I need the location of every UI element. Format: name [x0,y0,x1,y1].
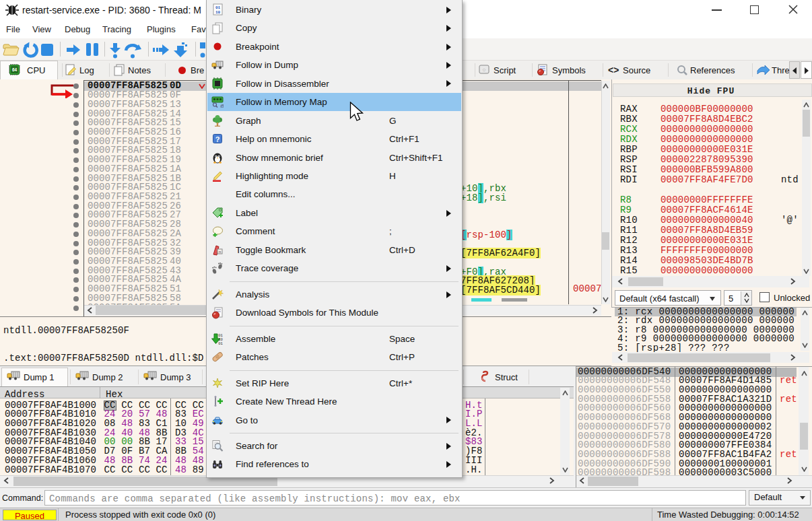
svg-text:@: @ [220,104,224,108]
svg-text:n: n [219,250,222,254]
svg-text:64: 64 [12,67,18,72]
svg-text:?: ? [215,135,220,143]
svg-text:◌: ◌ [483,67,486,73]
svg-text:01: 01 [215,5,221,10]
svg-text:01: 01 [218,341,223,345]
svg-text:10: 10 [215,10,221,15]
